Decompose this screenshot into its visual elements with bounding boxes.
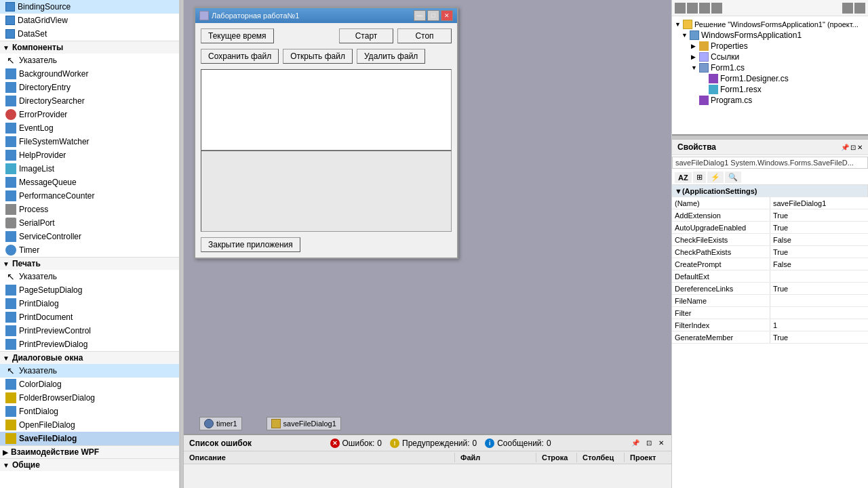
tree-properties[interactable]: ▶ Properties (672, 41, 868, 52)
save-file-button[interactable]: Сохранить файл (201, 49, 279, 64)
error-badge-errors: ✕ Ошибок: 0 (330, 439, 382, 448)
prop-row-addextension[interactable]: AddExtension True (672, 209, 868, 222)
toolbox-item-helpprovider[interactable]: HelpProvider (0, 148, 179, 162)
toolbox-item-imagelist[interactable]: ImageList (0, 162, 179, 176)
section-components[interactable]: ▼ Компоненты (0, 41, 179, 54)
error-close-button[interactable]: ✕ (656, 439, 666, 447)
section-wpf[interactable]: ▶ Взаимодействие WPF (0, 445, 179, 458)
se-properties-icon[interactable] (711, 3, 722, 14)
text-area-upper[interactable] (201, 69, 452, 150)
error-badge-messages: i Сообщений: 0 (485, 439, 551, 448)
prop-pin-btn[interactable]: 📌 (841, 144, 849, 151)
toolbox-item-pointer-comp[interactable]: ↖ Указатель (0, 54, 179, 67)
prop-close-btn[interactable]: ✕ (857, 144, 863, 151)
se-pin-icon[interactable] (842, 3, 853, 14)
prop-row-filter[interactable]: Filter (672, 307, 868, 319)
toolbox-item-fontdialog[interactable]: FontDialog (0, 405, 179, 418)
prop-row-dereferencelinks[interactable]: DereferenceLinks True (672, 283, 868, 295)
tree-solution[interactable]: ▼ Решение "WindowsFormsApplication1" (пр… (672, 19, 868, 30)
prop-row-defaultext[interactable]: DefaultExt (672, 270, 868, 283)
toolbox-item-printpreviewcontrol[interactable]: PrintPreviewControl (0, 324, 179, 338)
toolbox-item-dataset[interactable]: DataSet (0, 27, 179, 41)
toolbox-item-pointer-print[interactable]: ↖ Указатель (0, 270, 179, 283)
tray-savefiledialog1[interactable]: saveFileDialog1 (267, 417, 341, 430)
property-object-name[interactable]: saveFileDialog1 System.Windows.Forms.Sav… (672, 157, 868, 169)
toolbox-item-serialport[interactable]: SerialPort (0, 216, 179, 230)
fontdialog-icon (5, 406, 16, 417)
prop-row-createprompt[interactable]: CreatePrompt False (672, 258, 868, 270)
toolbox-item-pointer-dialogs[interactable]: ↖ Указатель (0, 364, 179, 378)
section-general[interactable]: ▼ Общие (0, 458, 179, 471)
error-undock-button[interactable]: ⊡ (644, 439, 654, 447)
timer-tray-icon (204, 419, 214, 428)
close-app-button[interactable]: Закрытие приложения (201, 237, 300, 252)
colordialog-icon (5, 379, 16, 390)
prop-sort-alpha-button[interactable]: AZ (675, 172, 692, 183)
toolbox-item-eventlog[interactable]: EventLog (0, 121, 179, 135)
tree-form1-designer[interactable]: Form1.Designer.cs (672, 73, 868, 84)
toolbox-item-servicecontroller[interactable]: ServiceController (0, 230, 179, 243)
toolbox-item-colordialog[interactable]: ColorDialog (0, 378, 179, 391)
prop-undock-btn[interactable]: ⊡ (850, 144, 856, 151)
datagridview-icon (5, 16, 15, 25)
delete-file-button[interactable]: Удалить файл (357, 49, 425, 64)
prop-row-name[interactable]: (Name) saveFileDialog1 (672, 197, 868, 209)
tree-form1-resx[interactable]: Form1.resx (672, 84, 868, 95)
prop-row-checkfileexists[interactable]: CheckFileExists False (672, 234, 868, 246)
error-table-header: Описание Файл Строка Столбец Проект (184, 451, 671, 464)
start-button[interactable]: Старт (339, 28, 393, 43)
messagequeue-icon (5, 177, 16, 188)
tree-programcs[interactable]: Program.cs (672, 95, 868, 106)
toolbox-item-savefiledialog[interactable]: SaveFileDialog (0, 432, 179, 445)
prop-row-generatemember[interactable]: GenerateMember True (672, 331, 868, 344)
toolbox-item-backgroundworker[interactable]: BackgroundWorker (0, 67, 179, 81)
tree-references[interactable]: ▶ Ссылки (672, 52, 868, 62)
toolbox-item-bindingsource[interactable]: BindingSource (0, 0, 179, 14)
toolbox-item-messagequeue[interactable]: MessageQueue (0, 176, 179, 189)
prop-events-button[interactable]: ⚡ (707, 171, 724, 183)
main-layout: BindingSource DataGridView DataSet ▼ Ком… (0, 0, 868, 488)
backgroundworker-icon (5, 68, 16, 79)
toolbox-item-timer[interactable]: Timer (0, 243, 179, 257)
toolbox-item-process[interactable]: Process (0, 203, 179, 216)
prop-row-filterindex[interactable]: FilterIndex 1 (672, 319, 868, 331)
toolbox-item-errorprovider[interactable]: ErrorProvider (0, 108, 179, 121)
toolbox-item-pagesetupdialog[interactable]: PageSetupDialog (0, 283, 179, 297)
project-icon (690, 30, 699, 40)
section-print[interactable]: ▼ Печать (0, 257, 179, 270)
toolbox-item-datagridview[interactable]: DataGridView (0, 14, 179, 27)
toolbox-item-folderbrowserdialog[interactable]: FolderBrowserDialog (0, 391, 179, 405)
se-collapse-icon[interactable] (699, 3, 710, 14)
prop-search-button[interactable]: 🔍 (725, 171, 741, 183)
prop-sort-cat-button[interactable]: ⊞ (693, 171, 706, 183)
toolbox-item-directoryentry[interactable]: DirectoryEntry (0, 81, 179, 94)
savefiledialog-icon (5, 433, 16, 444)
toolbox-item-printdialog[interactable]: PrintDialog (0, 297, 179, 310)
prop-row-filename[interactable]: FileName (672, 295, 868, 307)
toolbox-item-printdocument[interactable]: PrintDocument (0, 310, 179, 324)
tree-project[interactable]: ▼ WindowsFormsApplication1 (672, 30, 868, 41)
error-pin-button[interactable]: 📌 (629, 439, 642, 447)
toolbox-item-directorysearcher[interactable]: DirectorySearcher (0, 94, 179, 108)
toolbox-item-performancecounter[interactable]: PerformanceCounter (0, 189, 179, 203)
prop-row-autoupgrade[interactable]: AutoUpgradeEnabled True (672, 222, 868, 234)
minimize-button[interactable]: — (414, 10, 426, 21)
maximize-button[interactable]: □ (427, 10, 439, 21)
toolbox-item-printpreviewdialog[interactable]: PrintPreviewDialog (0, 338, 179, 351)
close-button[interactable]: ✕ (441, 10, 453, 21)
prop-row-checkpathexists[interactable]: CheckPathExists True (672, 246, 868, 258)
se-refresh-icon[interactable] (687, 3, 698, 14)
se-close-icon[interactable] (854, 3, 865, 14)
tray-timer1[interactable]: timer1 (199, 417, 242, 430)
current-time-button[interactable]: Текущее время (201, 28, 274, 43)
property-table: ▼ (ApplicationSettings) (Name) saveFileD… (672, 185, 868, 488)
tree-form1cs[interactable]: ▼ Form1.cs (672, 62, 868, 73)
toolbox-item-openfiledialog[interactable]: OpenFileDialog (0, 418, 179, 432)
open-file-button[interactable]: Открыть файл (283, 49, 353, 64)
se-sync-icon[interactable] (675, 3, 686, 14)
stop-button[interactable]: Стоп (397, 28, 452, 43)
section-dialogs[interactable]: ▼ Диалоговые окна (0, 351, 179, 364)
toolbox-item-filesystemwatcher[interactable]: FileSystemWatcher (0, 135, 179, 148)
designer-cs-icon (709, 74, 718, 83)
right-panel: ▼ Решение "WindowsFormsApplication1" (пр… (671, 0, 868, 488)
